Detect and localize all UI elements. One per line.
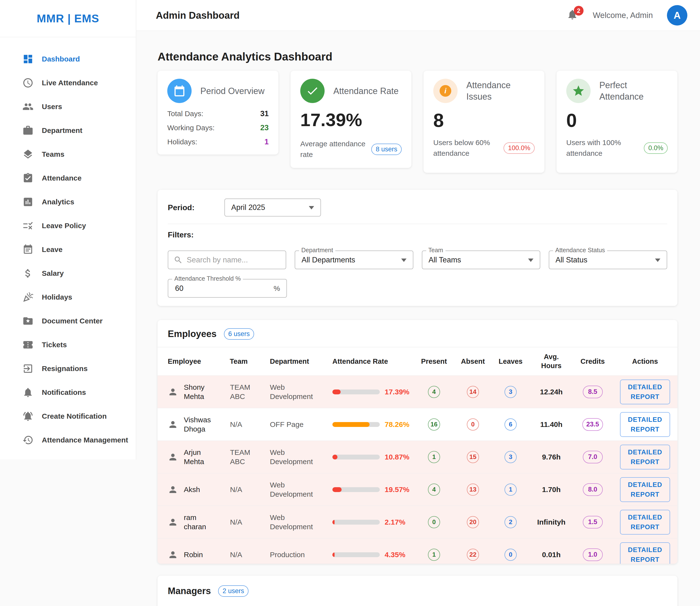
rule-icon: [22, 220, 33, 231]
attendance-status-select[interactable]: Attendance Status All Status: [549, 251, 667, 269]
detailed-report-button[interactable]: DETAILED REPORT: [620, 412, 670, 437]
attendance-rate-cell: 78.26%: [329, 420, 413, 428]
present-count: 4: [428, 484, 440, 496]
present-count: 16: [428, 418, 440, 430]
sidebar-item-label: Users: [42, 102, 62, 111]
sidebar-item-attendance-management[interactable]: Attendance Management: [0, 428, 136, 452]
sidebar-item-dashboard[interactable]: Dashboard: [0, 47, 136, 71]
sidebar-item-label: Teams: [42, 150, 64, 158]
absent-count: 22: [467, 549, 479, 561]
sidebar-item-label: Analytics: [42, 198, 74, 206]
chevron-down-icon: [528, 259, 534, 262]
sidebar-item-label: Dashboard: [42, 55, 80, 63]
sidebar-item-users[interactable]: Users: [0, 95, 136, 119]
column-header-attendance-rate: Attendance Rate: [329, 357, 413, 366]
sidebar-item-document-center[interactable]: Document Center: [0, 309, 136, 333]
detailed-report-button[interactable]: DETAILED REPORT: [620, 510, 670, 535]
credits-chip: 8.0: [583, 483, 603, 496]
search-input[interactable]: [186, 255, 279, 264]
issues-percent-chip: 100.0%: [503, 142, 535, 154]
threshold-input[interactable]: [175, 284, 256, 293]
sidebar-item-leave-policy[interactable]: Leave Policy: [0, 214, 136, 238]
period-select[interactable]: April 2025: [224, 199, 321, 216]
attendance-rate-cell: 19.57%: [329, 486, 413, 494]
attendance-rate-text: 2.17%: [385, 518, 405, 526]
period-label: Period:: [168, 203, 224, 212]
detailed-report-button[interactable]: DETAILED REPORT: [620, 542, 670, 564]
sidebar-item-live-attendance[interactable]: Live Attendance: [0, 71, 136, 95]
employee-department: Production: [266, 550, 311, 559]
attendance-progress-bar: [332, 390, 380, 394]
dollar-icon: [22, 268, 33, 279]
column-header-employee: Employee: [158, 357, 226, 366]
attendance-rate-text: 17.39%: [385, 388, 409, 396]
history-icon: [22, 435, 33, 446]
detailed-report-button[interactable]: DETAILED REPORT: [620, 379, 670, 404]
leaves-count: 3: [504, 451, 517, 463]
stat-label: Working Days:: [167, 124, 215, 132]
sidebar-item-leave[interactable]: Leave: [0, 238, 136, 261]
sidebar-item-attendance[interactable]: Attendance: [0, 166, 136, 190]
header-actions: 2 Welcome, Admin A: [566, 5, 687, 25]
sidebar-item-teams[interactable]: Teams: [0, 142, 136, 166]
table-row: Aksh N/A Web Development 19.57% 4 13 1 1…: [158, 473, 677, 506]
team-select-value: All Teams: [422, 256, 461, 264]
period-overview-card: Period Overview Total Days: 31 Working D…: [158, 71, 278, 155]
detailed-report-button[interactable]: DETAILED REPORT: [620, 445, 670, 469]
card-title: Perfect Attendance: [599, 79, 658, 102]
card-title: Attendance Issues: [466, 79, 525, 102]
search-field[interactable]: [168, 251, 286, 269]
employee-team: N/A: [226, 420, 253, 429]
perfect-percent-chip: 0.0%: [644, 142, 668, 154]
sidebar-item-department[interactable]: Department: [0, 119, 136, 142]
notifications-button[interactable]: 2: [566, 9, 579, 22]
employee-team: N/A: [226, 550, 253, 559]
stat-row: Holidays: 1: [167, 138, 269, 146]
avg-hours: 9.76h: [530, 453, 572, 461]
column-header-present: Present: [413, 357, 455, 366]
present-count: 1: [428, 451, 440, 463]
avatar[interactable]: A: [667, 5, 687, 25]
attendance-progress-bar: [332, 520, 380, 525]
person-icon: [168, 550, 178, 560]
employee-name: Robin: [184, 550, 216, 559]
star-icon: [566, 79, 591, 103]
team-select[interactable]: Team All Teams: [422, 251, 540, 269]
card-caption: Users with 100% attendance: [566, 137, 639, 159]
employee-department: Web Development: [266, 448, 311, 466]
sidebar-item-tickets[interactable]: Tickets: [0, 333, 136, 357]
stat-value: 23: [261, 123, 269, 132]
sidebar-nav: Dashboard Live Attendance Users Departme…: [0, 37, 136, 452]
leaves-count: 6: [504, 418, 517, 430]
avg-hours: 1.70h: [530, 486, 572, 494]
employees-card: Employees 6 users Employee Team Departme…: [158, 320, 677, 564]
sidebar-item-notifications[interactable]: Notifications: [0, 380, 136, 404]
stat-value: 1: [265, 138, 269, 146]
sidebar-item-holidays[interactable]: Holidays: [0, 285, 136, 309]
stat-value: 31: [261, 109, 269, 118]
employee-team: TEAM ABC: [226, 448, 253, 466]
stat-row: Working Days: 23: [167, 123, 269, 132]
search-icon: [174, 255, 183, 264]
percent-suffix: %: [273, 284, 280, 293]
employee-department: OFF Page: [266, 420, 311, 429]
detailed-report-button[interactable]: DETAILED REPORT: [620, 477, 670, 502]
calendar-note-icon: [22, 244, 33, 255]
attendance-threshold-field[interactable]: Attendance Threshold % %: [168, 279, 287, 298]
sidebar-item-label: Attendance Management: [42, 436, 128, 444]
sidebar-item-salary[interactable]: Salary: [0, 261, 136, 285]
bell-ring-icon: [22, 411, 33, 422]
sidebar-item-analytics[interactable]: Analytics: [0, 190, 136, 214]
sidebar-item-resignations[interactable]: Resignations: [0, 357, 136, 380]
table-row: ram charan N/A Web Development 2.17% 0 2…: [158, 506, 677, 538]
person-icon: [168, 419, 178, 429]
department-select[interactable]: Department All Departments: [295, 251, 413, 269]
column-header-avg-hours: Avg. Hours: [530, 352, 572, 370]
sidebar-item-label: Attendance: [42, 174, 82, 182]
sidebar-item-create-notification[interactable]: Create Notification: [0, 404, 136, 428]
credits-chip: 7.0: [583, 451, 603, 463]
employee-name: Aksh: [184, 485, 216, 494]
employee-team: N/A: [226, 517, 253, 527]
celebration-icon: [22, 292, 33, 303]
attendance-rate-card: Attendance Rate 17.39% Average attendanc…: [291, 71, 411, 168]
